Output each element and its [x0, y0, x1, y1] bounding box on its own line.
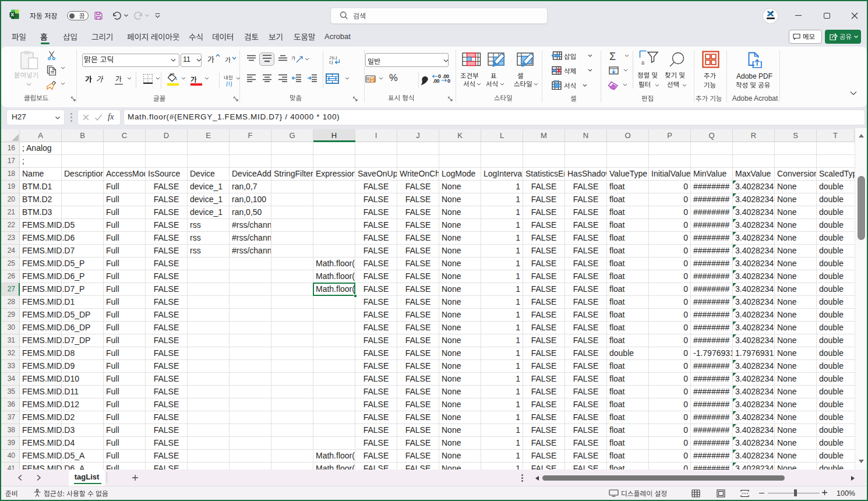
- svg-text:X: X: [10, 12, 14, 17]
